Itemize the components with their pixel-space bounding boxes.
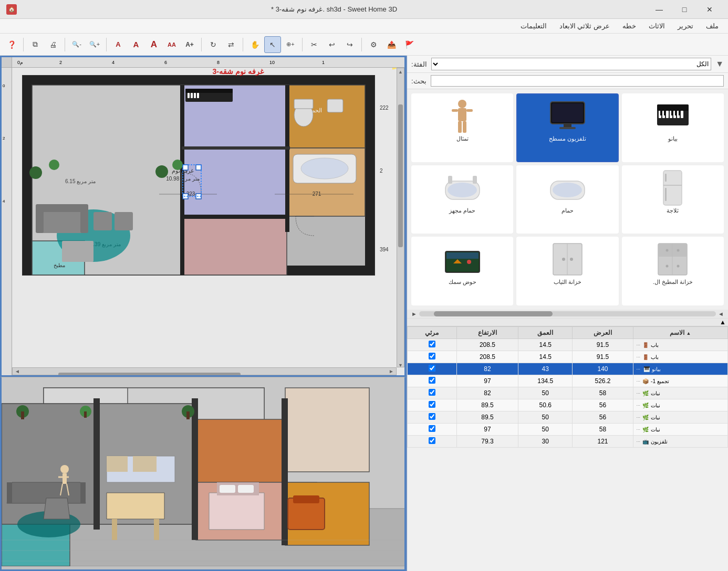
- table-row[interactable]: تجميع 1- 📦 ··· 526.2 134.5 97: [408, 375, 728, 387]
- table-row[interactable]: نبات 🌿 ··· 58 50 82: [408, 387, 728, 399]
- menu-plan[interactable]: خطه: [617, 20, 641, 32]
- svg-rect-38: [62, 241, 93, 262]
- cell-name: نبات 🌿 ···: [633, 399, 727, 411]
- table-row[interactable]: باب 🚪 ··· 91.5 14.5 208.5: [408, 339, 728, 351]
- svg-rect-75: [192, 398, 198, 540]
- furniture-item-piano[interactable]: بيانو: [622, 93, 724, 162]
- furniture-scroll-area[interactable]: ◄ ►: [407, 310, 728, 319]
- furniture-item-flat-tv[interactable]: تلفزيون مسطح: [516, 93, 618, 162]
- search-input[interactable]: [431, 75, 724, 87]
- maximize-button[interactable]: □: [672, 0, 696, 19]
- cell-visible[interactable]: [408, 339, 457, 351]
- rotate-button[interactable]: ↻: [205, 36, 222, 53]
- scroll-down-arrow[interactable]: ▼: [397, 362, 404, 369]
- table-row[interactable]: نبات 🌿 ··· 56 50.6 89.5: [408, 399, 728, 411]
- zoom-out-button[interactable]: 🔍-: [68, 36, 85, 53]
- collapse-button[interactable]: ▼: [715, 59, 724, 69]
- undo-button[interactable]: ↩: [324, 36, 340, 53]
- furniture-item-mannequin[interactable]: تمثال: [411, 93, 513, 162]
- svg-marker-81: [44, 498, 70, 519]
- table-row[interactable]: نبات 🌿 ··· 56 50 89.5: [408, 411, 728, 424]
- piano-thumb: [652, 98, 694, 134]
- cell-visible[interactable]: [408, 424, 457, 436]
- bathtub-thumb: [546, 170, 588, 206]
- help-button[interactable]: ❓: [3, 36, 20, 53]
- close-button[interactable]: ✕: [698, 0, 722, 19]
- flag-icon: 🚩: [405, 40, 414, 49]
- vertical-scrollbar[interactable]: ▲ ▼: [397, 68, 404, 367]
- svg-rect-36: [93, 212, 112, 230]
- select-button[interactable]: ↖: [264, 36, 281, 53]
- duplicate-view-button[interactable]: ⧉: [27, 36, 44, 53]
- export-button[interactable]: 📤: [383, 36, 400, 53]
- col-width[interactable]: العرض: [573, 327, 633, 339]
- select-icon: ↖: [269, 40, 276, 49]
- add-point-icon: ⊕+: [286, 41, 294, 48]
- furniture-item-fish-tank[interactable]: حوض سمك: [411, 237, 513, 305]
- furniture-item-kitchen-cabinet[interactable]: خزانة المطبخ ال.: [622, 237, 724, 305]
- furniture-item-bathtub-equipped[interactable]: حمام مجهز: [411, 165, 513, 234]
- menu-help[interactable]: التعليمات: [515, 20, 552, 32]
- piano-label: بيانو: [668, 135, 678, 142]
- cell-visible[interactable]: [408, 436, 457, 448]
- cell-visible[interactable]: [408, 411, 457, 424]
- cell-name: نبات 🌿 ···: [633, 424, 727, 436]
- cell-visible[interactable]: [408, 363, 457, 375]
- cell-visible[interactable]: [408, 399, 457, 411]
- svg-marker-79: [80, 482, 86, 503]
- table-row[interactable]: باب 🚪 ··· 91.5 14.5 208.5: [408, 351, 728, 363]
- print-button[interactable]: 🖨: [45, 36, 61, 53]
- add-text-button[interactable]: A+: [181, 36, 198, 53]
- table-row[interactable]: تلفزيون 📺 ··· 121 30 79.3: [408, 436, 728, 448]
- cell-visible[interactable]: [408, 375, 457, 387]
- table-collapse-btn[interactable]: ▲: [720, 319, 726, 326]
- table-row[interactable]: بيانو 🎹 ··· 140 43 82: [408, 363, 728, 375]
- scroll-left-arrow[interactable]: ◄: [13, 368, 22, 374]
- window-title: * غرفه نوم شقه-3. sh3d - Sweet Home 3D: [21, 5, 647, 13]
- text-large-button[interactable]: A: [145, 36, 162, 53]
- scroll-up-arrow[interactable]: ▲: [397, 68, 404, 76]
- pan-button[interactable]: ✋: [246, 36, 263, 53]
- redo-button[interactable]: ↪: [341, 36, 358, 53]
- flip-button[interactable]: ⇄: [223, 36, 240, 53]
- minimize-button[interactable]: —: [647, 0, 671, 19]
- col-height[interactable]: الارتفاع: [456, 327, 518, 339]
- cut-button[interactable]: ✂: [306, 36, 323, 53]
- furniture-item-fridge[interactable]: ثلاجة: [622, 165, 724, 234]
- col-depth[interactable]: العمق: [518, 327, 573, 339]
- cell-visible[interactable]: [408, 351, 457, 363]
- text-aa-button[interactable]: AA: [163, 36, 180, 53]
- menu-file[interactable]: ملف: [701, 20, 724, 32]
- floor-plan-area[interactable]: 📁 م0 2 4 6 8 10 1 0 2 4: [0, 56, 406, 377]
- text-medium-button[interactable]: A: [128, 36, 144, 53]
- svg-rect-104: [238, 485, 254, 493]
- cell-visible[interactable]: [408, 387, 457, 399]
- cell-name: تجميع 1- 📦 ···: [633, 375, 727, 387]
- menu-edit[interactable]: تحرير: [672, 20, 699, 32]
- add-point-button[interactable]: ⊕+: [282, 36, 299, 53]
- furniture-item-bathtub[interactable]: حمام: [516, 165, 618, 234]
- col-name[interactable]: ▲ الاسم: [633, 327, 727, 339]
- fish-tank-thumb: [441, 241, 483, 278]
- svg-rect-115: [552, 103, 583, 122]
- scroll-right-arrow[interactable]: ►: [387, 368, 396, 374]
- horizontal-scrollbar[interactable]: ◄ ►: [12, 367, 397, 375]
- flat-tv-label: تلفزيون مسطح: [549, 135, 586, 142]
- text-small-button[interactable]: A: [110, 36, 127, 53]
- furniture-item-wardrobe[interactable]: خزانة الثياب: [516, 237, 618, 305]
- svg-rect-128: [664, 111, 665, 115]
- category-select[interactable]: الكلغرفة نوممطبخحمامصالة: [431, 58, 712, 70]
- scroll-right-btn[interactable]: ►: [411, 311, 417, 317]
- rotate-icon: ↻: [210, 40, 216, 49]
- flag-button[interactable]: 🚩: [401, 36, 418, 53]
- settings-button[interactable]: ⚙: [365, 36, 382, 53]
- menu-furniture[interactable]: الاثاث: [643, 20, 670, 32]
- 3d-view-area[interactable]: [0, 377, 406, 571]
- menu-3d[interactable]: عرض ثلاثي الابعاد: [554, 20, 615, 32]
- table-row[interactable]: نبات 🌿 ··· 58 50 97: [408, 424, 728, 436]
- undo-icon: ↩: [329, 40, 335, 49]
- zoom-in-button[interactable]: 🔍+: [86, 36, 103, 53]
- scroll-left-btn[interactable]: ◄: [718, 311, 724, 317]
- svg-point-156: [677, 249, 680, 252]
- col-visible[interactable]: مرئي: [408, 327, 457, 339]
